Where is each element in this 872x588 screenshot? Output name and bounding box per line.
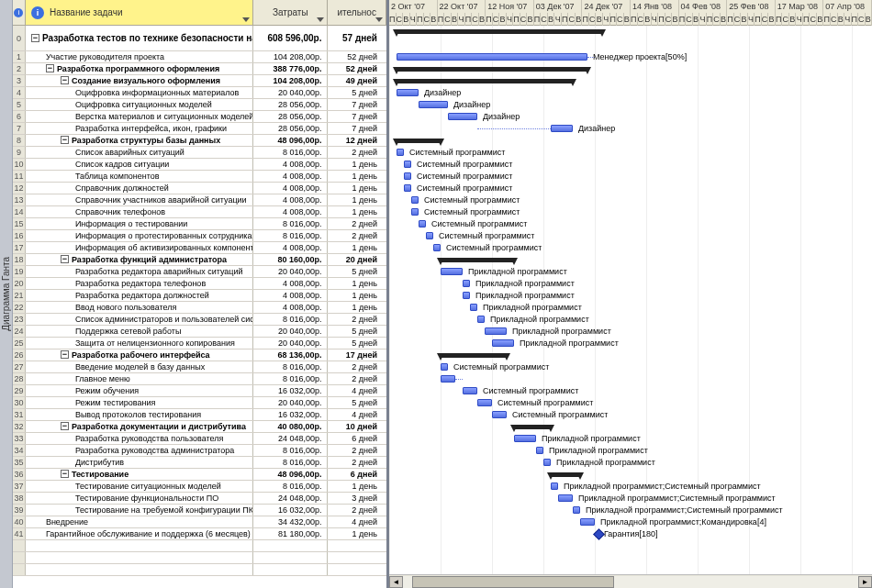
duration-cell[interactable]: 2 дней: [328, 230, 386, 241]
table-row[interactable]: 21Разработка редактора должностей4 008,0…: [13, 290, 386, 302]
cost-cell[interactable]: 28 056,00р.: [253, 111, 328, 122]
cost-cell[interactable]: 48 096,00р.: [253, 469, 328, 480]
scroll-thumb[interactable]: [412, 576, 614, 588]
task-bar[interactable]: [397, 53, 587, 61]
task-name-cell[interactable]: Разработка руководства администратора: [26, 445, 253, 456]
task-bar[interactable]: [470, 304, 477, 311]
task-bar[interactable]: [543, 459, 551, 466]
cost-cell[interactable]: 20 040,00р.: [253, 397, 328, 408]
table-row[interactable]: 27Введение моделей в базу данных8 016,00…: [13, 361, 386, 373]
table-row[interactable]: 34Разработка руководства администратора8…: [13, 445, 386, 457]
table-row[interactable]: 0−Разработка тестов по технике безопасно…: [13, 26, 386, 51]
duration-cell[interactable]: 2 дней: [328, 314, 386, 325]
task-name-cell[interactable]: Информация о протестированных сотрудника…: [26, 230, 253, 241]
task-bar[interactable]: [404, 184, 411, 192]
duration-cell[interactable]: 1 день: [328, 194, 386, 205]
duration-cell[interactable]: 57 дней: [328, 26, 386, 50]
task-bar[interactable]: [463, 292, 470, 299]
scroll-track[interactable]: [403, 576, 858, 588]
table-row[interactable]: 8−Разработка структуры базы данных48 096…: [13, 135, 386, 147]
row-index[interactable]: 15: [13, 218, 26, 229]
cost-cell[interactable]: 4 008,00р.: [253, 290, 328, 301]
cost-cell[interactable]: 16 032,00р.: [253, 409, 328, 420]
duration-cell[interactable]: 1 день: [328, 171, 386, 182]
column-duration[interactable]: ительнос: [328, 0, 386, 25]
cost-cell[interactable]: 4 008,00р.: [253, 302, 328, 313]
table-row[interactable]: 31Вывод протоколов тестирования16 032,00…: [13, 409, 386, 421]
row-index[interactable]: 30: [13, 397, 26, 408]
task-bar[interactable]: [514, 435, 536, 442]
row-index[interactable]: 3: [13, 75, 26, 86]
task-bar[interactable]: [441, 268, 463, 275]
task-name-cell[interactable]: −Разработка рабочего интерфейса: [26, 349, 253, 361]
task-name-cell[interactable]: Верстка материалов и ситуационных моделе…: [26, 111, 253, 122]
cost-cell[interactable]: 388 776,00р.: [253, 63, 328, 74]
collapse-icon[interactable]: −: [61, 470, 69, 478]
table-row[interactable]: 40Внедрение34 432,00р.4 дней: [13, 516, 386, 528]
duration-cell[interactable]: 1 день: [328, 290, 386, 301]
task-bar[interactable]: [551, 125, 573, 132]
table-row[interactable]: 29Режим обучения16 032,00р.4 дней: [13, 385, 386, 397]
table-row[interactable]: [13, 564, 386, 576]
task-bar[interactable]: [426, 232, 433, 239]
table-row[interactable]: 5Оцифровка ситуационных моделей28 056,00…: [13, 99, 386, 111]
table-row[interactable]: 1Участие руководителя проекта104 208,00р…: [13, 51, 386, 63]
duration-cell[interactable]: 4 дней: [328, 385, 386, 396]
task-bar[interactable]: [441, 375, 455, 383]
row-index[interactable]: 7: [13, 123, 26, 134]
cost-cell[interactable]: 8 016,00р.: [253, 445, 328, 456]
cost-cell[interactable]: 8 016,00р.: [253, 361, 328, 372]
table-row[interactable]: [13, 552, 386, 564]
task-name-cell[interactable]: −Разработка программного оформления: [26, 63, 253, 74]
summary-bar[interactable]: [441, 258, 514, 262]
column-task-name[interactable]: i Название задачи: [26, 0, 253, 25]
task-bar[interactable]: [558, 494, 573, 502]
row-index[interactable]: 39: [13, 505, 26, 516]
task-name-cell[interactable]: Ввод нового пользователя: [26, 302, 253, 313]
summary-bar[interactable]: [397, 67, 587, 72]
row-index[interactable]: 25: [13, 338, 26, 349]
task-bar[interactable]: [441, 363, 448, 371]
task-bar[interactable]: [448, 113, 477, 120]
cost-cell[interactable]: 20 040,00р.: [253, 266, 328, 277]
duration-cell[interactable]: 6 дней: [328, 433, 386, 444]
task-bar[interactable]: [492, 339, 514, 347]
duration-cell[interactable]: 2 дней: [328, 218, 386, 229]
cost-cell[interactable]: 20 040,00р.: [253, 338, 328, 349]
task-name-cell[interactable]: Поддержка сетевой работы: [26, 326, 253, 337]
table-row[interactable]: 10Список кадров ситуации4 008,00р.1 день: [13, 159, 386, 171]
table-row[interactable]: 11Таблица компонентов4 008,00р.1 день: [13, 171, 386, 183]
duration-cell[interactable]: 1 день: [328, 481, 386, 492]
cost-cell[interactable]: 28 056,00р.: [253, 123, 328, 134]
task-name-cell[interactable]: Тестирование на требуемой конфигурации П…: [26, 505, 253, 516]
cost-cell[interactable]: 24 048,00р.: [253, 493, 328, 504]
cost-cell[interactable]: 20 040,00р.: [253, 87, 328, 98]
horizontal-scrollbar[interactable]: ◄ ►: [389, 574, 872, 588]
task-name-cell[interactable]: Таблица компонентов: [26, 171, 253, 182]
duration-cell[interactable]: 1 день: [328, 278, 386, 289]
cost-cell[interactable]: 8 016,00р.: [253, 147, 328, 158]
table-row[interactable]: 25Защита от нелицензионного копирования2…: [13, 338, 386, 349]
row-index[interactable]: 4: [13, 87, 26, 98]
table-row[interactable]: 7Разработка интерфейса, икон, графики28 …: [13, 123, 386, 135]
scroll-right-button[interactable]: ►: [858, 576, 872, 588]
row-index[interactable]: 23: [13, 314, 26, 325]
task-bar[interactable]: [492, 411, 507, 418]
row-index[interactable]: 16: [13, 230, 26, 241]
collapse-icon[interactable]: −: [61, 76, 69, 84]
task-name-cell[interactable]: Участие руководителя проекта: [26, 51, 253, 62]
duration-cell[interactable]: 5 дней: [328, 338, 386, 349]
scroll-left-button[interactable]: ◄: [389, 576, 403, 588]
cost-cell[interactable]: 24 048,00р.: [253, 433, 328, 444]
duration-cell[interactable]: 2 дней: [328, 505, 386, 516]
row-index[interactable]: 0: [13, 26, 26, 50]
cost-cell[interactable]: 4 008,00р.: [253, 159, 328, 170]
duration-cell[interactable]: 52 дней: [328, 51, 386, 62]
task-bar[interactable]: [551, 483, 558, 490]
task-name-cell[interactable]: Справочник участников аварийной ситуации: [26, 194, 253, 205]
table-row[interactable]: 12Справочник должностей4 008,00р.1 день: [13, 183, 386, 194]
duration-cell[interactable]: 1 день: [328, 206, 386, 217]
task-name-cell[interactable]: Оцифровка ситуационных моделей: [26, 99, 253, 110]
task-bar[interactable]: [419, 220, 426, 227]
duration-cell[interactable]: 5 дней: [328, 266, 386, 277]
